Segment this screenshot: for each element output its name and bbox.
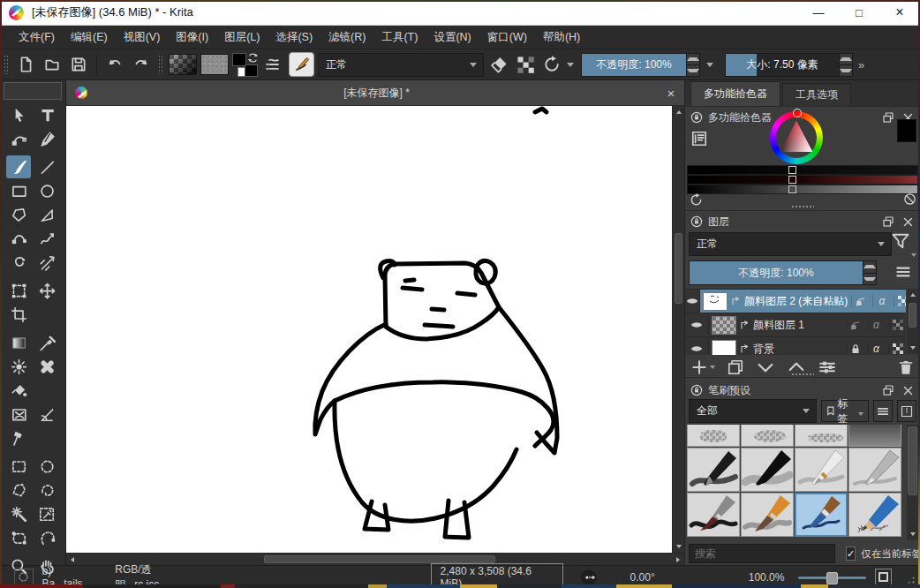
opacity-options-caret[interactable] [706, 63, 713, 67]
color-history-strips[interactable] [687, 165, 918, 194]
tool-reference-images[interactable] [6, 426, 31, 449]
tool-polygon[interactable] [6, 203, 31, 226]
tool-rectangular-selection[interactable] [6, 455, 31, 478]
brush-preset-tile[interactable] [795, 448, 848, 492]
brush-preset-tile[interactable] [741, 448, 794, 492]
menu-select[interactable]: 选择(S) [268, 30, 320, 45]
layer-thumbnail[interactable] [712, 316, 736, 335]
brush-option-list-button[interactable] [262, 53, 285, 76]
layer-properties-button[interactable] [818, 358, 837, 377]
redo-button[interactable] [130, 53, 153, 76]
menu-tools[interactable]: 工具(T) [373, 30, 426, 45]
menu-layer[interactable]: 图层(L) [216, 30, 268, 45]
docker-lock-icon[interactable] [690, 111, 703, 124]
layer-blending-mode-select[interactable]: 正常 [689, 232, 892, 256]
minimize-button[interactable]: — [798, 0, 839, 25]
sync-colors-icon[interactable] [689, 192, 704, 207]
layer-opacity-spinner[interactable] [863, 260, 877, 285]
menu-file[interactable]: 文件(F) [11, 30, 63, 45]
tool-color-selection[interactable] [34, 502, 59, 525]
hue-marker[interactable] [793, 109, 802, 117]
zoom-slider[interactable] [798, 571, 865, 584]
color-wheel[interactable] [770, 111, 823, 164]
brush-grid-scrollbar[interactable] [907, 425, 918, 540]
move-layer-down-button[interactable] [756, 358, 775, 377]
preset-display-button[interactable] [897, 400, 916, 422]
layer-options-menu-button[interactable] [894, 262, 913, 282]
menu-view[interactable]: 视图(V) [116, 30, 169, 45]
scroll-up-icon[interactable] [907, 289, 918, 301]
inherit-alpha-icon[interactable] [846, 320, 863, 331]
no-entry-icon[interactable] [903, 192, 916, 206]
eraser-mode-button[interactable] [487, 53, 510, 76]
toolbar-grip-2[interactable] [158, 55, 163, 74]
tool-freehand-path[interactable] [34, 227, 59, 250]
menu-image[interactable]: 图像(I) [168, 30, 216, 45]
tags-button[interactable]: 标签 [821, 400, 870, 422]
tool-ellipse[interactable] [34, 179, 59, 202]
docker-lock-icon[interactable] [690, 384, 703, 396]
tool-transform[interactable] [6, 279, 31, 302]
strip-marker[interactable] [788, 166, 796, 174]
menu-edit[interactable]: 编辑(E) [63, 30, 116, 45]
undo-button[interactable] [103, 53, 126, 76]
scroll-right-icon[interactable] [672, 554, 684, 566]
scroll-down-icon[interactable] [907, 342, 918, 354]
scroll-left-icon[interactable] [66, 554, 79, 566]
menu-settings[interactable]: 设置(N) [426, 30, 479, 45]
canvas[interactable] [66, 106, 672, 553]
fit-canvas-button[interactable] [875, 569, 893, 586]
toolbar-overflow-chevron[interactable]: » [858, 58, 864, 72]
layer-filter-button[interactable] [890, 230, 913, 255]
new-document-button[interactable] [14, 53, 37, 76]
layer-row[interactable]: 颜料图层 1 α [685, 313, 906, 337]
layer-properties-icon[interactable] [888, 343, 906, 354]
tool-pattern-edit[interactable] [6, 355, 31, 378]
alpha-lock-icon[interactable]: α [867, 343, 885, 355]
tool-rectangle[interactable] [6, 179, 31, 202]
add-layer-button[interactable] [690, 358, 715, 376]
visibility-eye-icon[interactable] [685, 337, 709, 355]
layer-properties-icon[interactable] [894, 296, 906, 306]
float-docker-icon[interactable] [881, 110, 895, 124]
tool-select-shapes[interactable] [6, 103, 31, 126]
brush-preset-tile[interactable] [741, 425, 794, 447]
maximize-button[interactable]: □ [839, 0, 879, 25]
tool-elliptical-selection[interactable] [34, 455, 59, 478]
color-selector-settings-button[interactable] [690, 130, 708, 147]
tool-bezier-selection[interactable] [6, 526, 31, 549]
brush-preset-tile[interactable] [795, 425, 848, 447]
visibility-eye-icon[interactable] [685, 290, 700, 313]
layer-row[interactable]: 颜料图层 2 (来自粘贴) α [685, 290, 906, 313]
brush-preset-tile-selected[interactable] [795, 493, 848, 537]
tool-measure[interactable] [34, 403, 59, 426]
brush-preset-tile[interactable] [848, 493, 901, 537]
menu-window[interactable]: 窗口(W) [479, 30, 535, 45]
alpha-lock-icon[interactable]: α [867, 319, 885, 331]
brush-preset-tile[interactable] [848, 448, 901, 492]
zoom-slider-handle[interactable] [826, 572, 838, 584]
tool-dynamic-brush[interactable] [6, 251, 31, 274]
tool-gradient[interactable] [6, 331, 31, 354]
tool-line[interactable] [34, 155, 59, 178]
canvas-horizontal-scrollbar[interactable] [66, 553, 684, 565]
selection-display-mode-button[interactable] [14, 569, 34, 586]
brush-preset-tile[interactable] [687, 425, 740, 447]
toolbox-handle[interactable] [4, 82, 62, 100]
vertical-scroll-thumb[interactable] [675, 233, 682, 304]
preserve-alpha-button[interactable] [514, 53, 537, 76]
scroll-down-icon[interactable] [673, 540, 684, 553]
tool-move[interactable] [34, 279, 59, 302]
tab-advanced-color-selector[interactable]: 多功能拾色器 [690, 81, 780, 106]
layer-row[interactable]: 背景 α [685, 337, 906, 355]
tool-edit-shapes[interactable] [6, 127, 31, 150]
edit-brush-settings-button[interactable] [289, 52, 314, 77]
close-docker-icon[interactable] [901, 215, 915, 229]
brush-size-slider[interactable]: 大小: 7.50 像素 [725, 53, 840, 77]
document-tab[interactable]: [未保存图像] * × [66, 80, 684, 106]
rotation-angle-label[interactable]: 0.00° [630, 571, 655, 584]
scroll-up-icon[interactable] [673, 106, 684, 118]
tool-text[interactable] [34, 103, 59, 126]
toolbar-grip[interactable] [4, 55, 9, 74]
layer-thumbnail[interactable] [703, 292, 728, 311]
